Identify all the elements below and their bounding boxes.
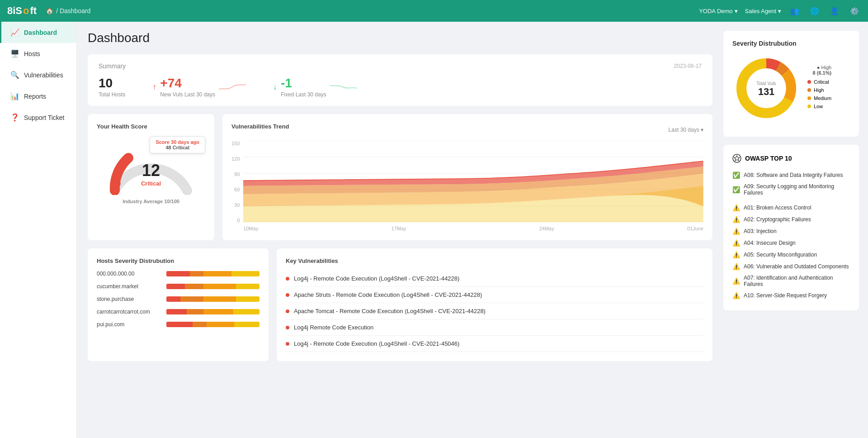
- tooltip-box: Score 30 days ago 48 Critical: [150, 136, 205, 153]
- host-name: stone.purchase: [97, 296, 160, 302]
- tooltip-value: 48 Critical: [165, 145, 189, 150]
- owasp-item-label: A01: Broken Access Control: [744, 205, 811, 211]
- critical-dot: [807, 80, 811, 84]
- critical-bar: [166, 322, 193, 327]
- high-bar: [185, 284, 203, 289]
- support-icon: ❓: [10, 113, 19, 122]
- donut-legend: ● High8 (6.1%) Critical High Medium: [807, 65, 831, 112]
- medium-bar: [207, 322, 235, 327]
- fixed-vuls-label: Fixed Last 30 days: [281, 91, 326, 98]
- vuln-item: Apache Struts - Remote Code Execution (L…: [286, 287, 703, 303]
- high-dot: [807, 88, 811, 92]
- warning-icon: ⚠️: [732, 228, 740, 235]
- sidebar-item-vulnerabilities[interactable]: 🔍 Vulnerabilities: [0, 64, 76, 86]
- owasp-item-label: A05: Security Misconfiguration: [744, 252, 817, 258]
- warning-icon: ⚠️: [732, 204, 740, 211]
- donut-chart: Total Vuls 131: [732, 54, 800, 122]
- user-icon[interactable]: 👤: [828, 5, 841, 17]
- host-row: carrotcarrotcarrot.com: [97, 309, 259, 315]
- summary-header: Summary 2023-06-17: [99, 62, 702, 70]
- total-hosts-value: 10: [99, 76, 125, 90]
- vuln-text: Log4j Remote Code Execution: [294, 324, 373, 331]
- vuln-text: Apache Tomcat - Remote Code Execution (L…: [294, 308, 486, 314]
- vuln-dot: [286, 277, 289, 281]
- breadcrumb: 🏠 / Dashboard: [46, 7, 90, 14]
- owasp-divider: [732, 198, 850, 202]
- check-icon: ✅: [732, 171, 740, 179]
- users-icon[interactable]: 👥: [788, 5, 801, 17]
- owasp-item-label: A06: Vulnerable and Outdated Components: [744, 263, 849, 270]
- settings-icon[interactable]: ⚙️: [848, 5, 861, 17]
- account-dropdown[interactable]: YODA Demo ▾: [699, 8, 737, 14]
- vuln-item: Log4j - Remote Code Execution (Log4Shell…: [286, 336, 703, 352]
- total-hosts-label: Total Hosts: [99, 91, 125, 98]
- medium-dot: [807, 96, 811, 100]
- key-vulns-title: Key Vulnerabilities: [286, 257, 703, 264]
- main-content: Dashboard Summary 2023-06-17 10 Total Ho…: [77, 22, 723, 438]
- summary-date: 2023-06-17: [674, 63, 702, 69]
- sidebar: 📈 Dashboard 🖥️ Hosts 🔍 Vulnerabilities 📊…: [0, 22, 77, 438]
- legend-low: Low: [807, 104, 831, 109]
- hosts-icon: 🖥️: [10, 49, 19, 58]
- topnav: 8iSoft 🏠 / Dashboard YODA Demo ▾ Sales A…: [0, 0, 868, 22]
- severity-dist-card: Severity Distrubution Total Vuls 131: [723, 31, 859, 137]
- agent-dropdown[interactable]: Sales Agent ▾: [745, 8, 781, 14]
- health-score-title: Your Health Score: [97, 123, 205, 130]
- sidebar-item-hosts[interactable]: 🖥️ Hosts: [0, 43, 76, 64]
- globe-icon[interactable]: 🌐: [808, 5, 821, 17]
- warning-icon: ⚠️: [732, 251, 740, 258]
- key-vulns-list: Log4j - Remote Code Execution (Log4Shell…: [286, 271, 703, 352]
- hosts-severity-title: Hosts Severity Distrubution: [97, 257, 259, 264]
- warning-icon: ⚠️: [732, 239, 740, 247]
- dashboard-icon: 📈: [10, 28, 19, 37]
- sidebar-label-reports: Reports: [24, 93, 46, 100]
- vuln-trend-card: Vulnerabilities Trend Last 30 days ▾ 150…: [222, 114, 712, 240]
- low-bar: [233, 309, 259, 314]
- medium-bar: [203, 296, 236, 302]
- sidebar-item-reports[interactable]: 📊 Reports: [0, 86, 76, 107]
- host-row: cucumber.market: [97, 283, 259, 290]
- layout: 📈 Dashboard 🖥️ Hosts 🔍 Vulnerabilities 📊…: [0, 22, 868, 438]
- warning-icon: ⚠️: [732, 263, 740, 270]
- owasp-item-label: A04: Insecure Design: [744, 240, 796, 246]
- legend-medium: Medium: [807, 95, 831, 101]
- logo: 8iSoft: [7, 5, 37, 17]
- low-bar: [236, 296, 259, 302]
- industry-average: Industry Average 10/100: [97, 199, 205, 204]
- vuln-dot: [286, 293, 289, 297]
- summary-metrics: 10 Total Hosts ↑ +74 New Vuls Last 30 da…: [99, 76, 702, 98]
- vuln-item: Log4j Remote Code Execution: [286, 319, 703, 336]
- sidebar-label-hosts: Hosts: [24, 50, 40, 57]
- vulnerabilities-icon: 🔍: [10, 71, 19, 79]
- critical-bar: [166, 271, 190, 276]
- total-hosts-metric: 10 Total Hosts: [99, 76, 125, 98]
- summary-label: Summary: [99, 62, 126, 70]
- chevron-down-icon: ▾: [778, 8, 781, 14]
- new-vuls-metric: ↑ +74 New Vuls Last 30 days: [152, 76, 246, 98]
- sidebar-item-support[interactable]: ❓ Support Ticket: [0, 107, 76, 128]
- host-name: 000.000.000.00: [97, 271, 160, 277]
- owasp-item: ⚠️ A02: Cryptographic Failures: [732, 214, 850, 225]
- host-row: pui.pui.com: [97, 321, 259, 328]
- owasp-item-label: A07: Identification and Authentication F…: [744, 275, 850, 287]
- topnav-right: YODA Demo ▾ Sales Agent ▾ 👥 🌐 👤 ⚙️: [699, 5, 861, 17]
- chevron-down-icon: ▾: [735, 8, 738, 14]
- breadcrumb-text: / Dashboard: [56, 7, 90, 14]
- trend-filter[interactable]: Last 30 days ▾: [669, 127, 703, 133]
- check-icon: ✅: [732, 186, 740, 193]
- owasp-item-label: A10: Server-Side Request Forgery: [744, 292, 827, 299]
- health-score-label: Critical: [141, 180, 161, 187]
- svg-text:Total Vuls: Total Vuls: [757, 81, 776, 86]
- host-row: 000.000.000.00: [97, 271, 259, 277]
- vuln-item: Log4j - Remote Code Execution (Log4Shell…: [286, 271, 703, 287]
- owasp-title: OWASP TOP 10: [745, 155, 792, 162]
- health-score-value: 12: [141, 161, 161, 180]
- vuln-text: Log4j - Remote Code Execution (Log4Shell…: [294, 275, 459, 282]
- sidebar-item-dashboard[interactable]: 📈 Dashboard: [0, 22, 76, 43]
- host-name: pui.pui.com: [97, 321, 160, 328]
- sidebar-label-dashboard: Dashboard: [24, 29, 57, 36]
- home-icon: 🏠: [46, 7, 53, 14]
- hosts-vulns-row: Hosts Severity Distrubution 000.000.000.…: [88, 248, 712, 361]
- arrow-up-icon: ↑: [152, 82, 156, 92]
- severity-bar: [166, 309, 259, 314]
